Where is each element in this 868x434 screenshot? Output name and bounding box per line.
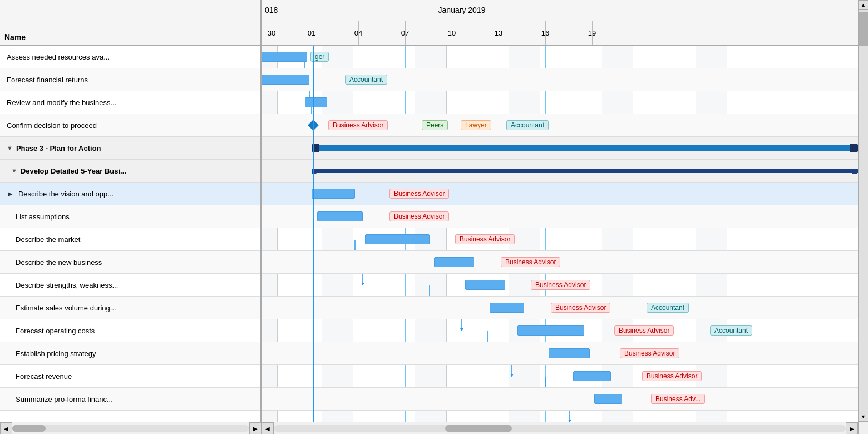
task-bar-9[interactable] xyxy=(365,234,430,244)
gantt-row-7: Business Advisor xyxy=(262,183,858,205)
month-jan2019-label: January 2019 xyxy=(438,6,486,14)
task-row[interactable]: ► Describe the vision and opp... xyxy=(0,183,260,205)
task-row[interactable]: Confirm decision to proceed xyxy=(0,114,260,137)
task-bar-10[interactable] xyxy=(434,257,474,267)
resource-tag-ba-7: Business Advisor xyxy=(389,189,449,199)
resource-tag-ba-14: Business Advisor xyxy=(620,348,679,358)
task-name: Describe the new business xyxy=(16,258,102,267)
task-bar-2[interactable] xyxy=(262,75,309,85)
sub-phase-header-row[interactable]: ▼ Develop Detailed 5-Year Busi... xyxy=(0,160,260,183)
collapse-icon: ▼ xyxy=(11,167,17,174)
task-row[interactable]: Forecast operating costs xyxy=(0,319,260,342)
task-name: Describe the market xyxy=(16,235,80,244)
collapse-icon: ▼ xyxy=(7,145,13,151)
resource-tag-ba-15: Business Advisor xyxy=(642,371,702,381)
task-bar-14[interactable] xyxy=(549,348,590,358)
sub-phase-name: Develop Detailed 5-Year Busi... xyxy=(21,167,126,175)
task-bar-11[interactable] xyxy=(465,280,505,290)
task-row[interactable]: Establish pricing strategy xyxy=(0,342,260,365)
task-bar-7[interactable] xyxy=(312,189,355,199)
task-row[interactable]: Describe the new business xyxy=(0,251,260,274)
phase-bar-5 xyxy=(312,145,858,151)
task-name: Summarize pro-forma financ... xyxy=(16,395,113,403)
resource-tag-ba-13: Business Advisor xyxy=(614,326,674,336)
expand-arrow-icon: ► xyxy=(7,190,14,198)
phase-header-row[interactable]: ▼ Phase 3 - Plan for Action xyxy=(0,137,260,160)
task-name: Establish pricing strategy xyxy=(16,349,96,358)
task-name: Assess needed resources ava... xyxy=(7,53,110,61)
gantt-days-row: 30 01 04 07 10 13 16 19 xyxy=(262,21,858,45)
gantt-row-10: Business Advisor xyxy=(262,251,858,274)
gantt-row-3 xyxy=(262,91,858,114)
vscroll-thumb[interactable] xyxy=(859,12,868,46)
scroll-right-right-button[interactable]: ▶ xyxy=(846,422,858,434)
task-bar-13[interactable] xyxy=(517,326,584,336)
scroll-left-right-button[interactable]: ◀ xyxy=(262,422,274,434)
today-line xyxy=(313,46,314,422)
task-row[interactable]: Forecast financial returns xyxy=(0,68,260,91)
phase-name: Phase 3 - Plan for Action xyxy=(16,144,101,152)
task-row[interactable]: Describe the market xyxy=(0,228,260,251)
task-panel: Name Assess needed resources ava... Fore… xyxy=(0,0,262,422)
task-name: Confirm decision to proceed xyxy=(7,121,97,130)
task-bar-12[interactable] xyxy=(490,303,524,313)
task-row[interactable]: Review and modify the business... xyxy=(0,91,260,114)
main-container: Name Assess needed resources ava... Fore… xyxy=(0,0,868,434)
left-hscroll-thumb[interactable] xyxy=(12,425,46,432)
gantt-row-15: Business Advisor xyxy=(262,365,858,388)
resource-tag-ba-10: Business Advisor xyxy=(501,257,560,267)
resource-tag-accountant-12: Accountant xyxy=(647,303,689,313)
gantt-row-2: Accountant xyxy=(262,68,858,91)
gantt-row-8: Business Advisor xyxy=(262,205,858,228)
gantt-body[interactable]: ger Accountant Business Advisor Peers xyxy=(262,46,858,422)
resource-tag-ba-11: Business Advisor xyxy=(531,280,590,290)
task-bar-16[interactable] xyxy=(594,394,622,404)
resource-tag-accountant-2: Accountant xyxy=(345,75,387,85)
resource-tag-lawyer-4: Lawyer xyxy=(461,120,491,130)
task-name: List assumptions xyxy=(16,213,70,221)
resource-tag-ba-4: Business Advisor xyxy=(328,120,388,130)
resource-tag-peers-4: Peers xyxy=(422,120,448,130)
content-area: Name Assess needed resources ava... Fore… xyxy=(0,0,868,422)
gantt-row-16: Business Adv... xyxy=(262,388,858,411)
task-row[interactable]: Forecast revenue xyxy=(0,365,260,388)
gantt-row-5-phase xyxy=(262,137,858,160)
bottom-row: ◀ ▶ ◀ ▶ xyxy=(0,422,868,434)
summary-end-cap xyxy=(851,169,857,174)
task-panel-header: Name xyxy=(0,0,260,46)
task-row[interactable]: Describe strengths, weakness... xyxy=(0,274,260,297)
task-bar-8[interactable] xyxy=(317,211,363,221)
task-name: Describe strengths, weakness... xyxy=(16,281,118,289)
gantt-row-12: Business Advisor Accountant xyxy=(262,297,858,319)
scrollbar-corner xyxy=(858,422,868,434)
task-name: Forecast financial returns xyxy=(7,76,88,84)
gantt-panel: 018 January 2019 30 01 04 07 10 13 16 19 xyxy=(262,0,858,422)
scroll-down-button[interactable]: ▼ xyxy=(859,412,869,422)
vscroll-track xyxy=(859,10,868,412)
task-name: Review and modify the business... xyxy=(7,98,116,107)
name-column-header: Name xyxy=(4,33,26,42)
right-scrollbar: ▲ ▼ xyxy=(858,0,868,422)
right-hscroll-thumb[interactable] xyxy=(445,425,512,432)
scroll-right-left-button[interactable]: ▶ xyxy=(249,422,262,434)
resource-tag-accountant-4: Accountant xyxy=(506,120,549,130)
task-row[interactable]: Estimate sales volume during... xyxy=(0,297,260,319)
gantt-row-6-summary xyxy=(262,160,858,183)
scroll-left-left-button[interactable]: ◀ xyxy=(0,422,12,434)
phase-bar-end-cap xyxy=(850,144,858,152)
task-row[interactable]: List assumptions xyxy=(0,205,260,228)
task-row[interactable]: Assess needed resources ava... xyxy=(0,46,260,68)
resource-tag-ba-9: Business Advisor xyxy=(455,234,515,244)
task-bar-1[interactable] xyxy=(262,52,307,62)
task-row[interactable]: Summarize pro-forma financ... xyxy=(0,388,260,411)
task-bar-15[interactable] xyxy=(573,371,611,381)
gantt-row-11: Business Advisor xyxy=(262,274,858,297)
resource-tag-ba-8: Business Advisor xyxy=(389,211,449,221)
day-label-30: 30 xyxy=(268,29,275,37)
task-list: Assess needed resources ava... Forecast … xyxy=(0,46,260,422)
summary-start-cap xyxy=(312,169,317,174)
task-bar-3[interactable] xyxy=(305,97,327,107)
gantt-row-9: Business Advisor xyxy=(262,228,858,251)
scroll-up-button[interactable]: ▲ xyxy=(859,0,869,10)
left-bottom-scroll: ◀ ▶ xyxy=(0,422,262,434)
